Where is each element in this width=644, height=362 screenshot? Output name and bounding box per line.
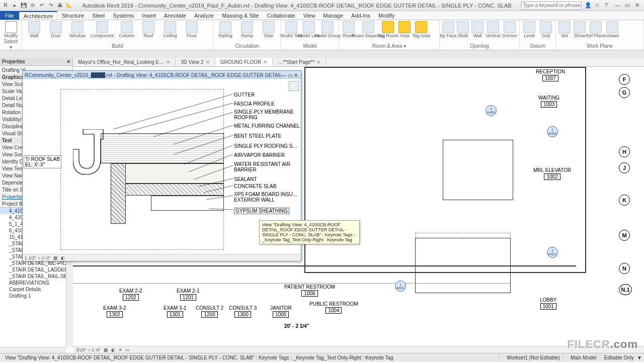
visual-style-icon[interactable]: ◐ [111, 347, 115, 352]
maximize-icon[interactable]: ▭ [625, 2, 632, 9]
keynote[interactable]: WATER RESISTANT AIR BARRIER [234, 161, 299, 172]
component-button[interactable]: Component [89, 21, 115, 38]
view-tab[interactable]: Mayor's Office_Hor_Real_Looking E…✕ [73, 58, 176, 66]
close-tab-icon[interactable]: ✕ [316, 59, 320, 65]
close-palette-icon[interactable]: ✕ [66, 59, 70, 64]
ramp-button[interactable]: Ramp [237, 21, 257, 38]
window-button[interactable]: Window [67, 21, 88, 38]
level-button[interactable]: Level [522, 21, 537, 38]
sync-icon[interactable]: ⟳ [29, 2, 36, 9]
browser-item[interactable]: Drafting 1 [0, 293, 73, 299]
search-input[interactable] [521, 2, 582, 10]
filter-icon[interactable]: ▼ [637, 355, 642, 360]
measure-icon[interactable]: 📐 [65, 2, 72, 9]
column-button[interactable]: Column [117, 21, 137, 38]
railing-button[interactable]: Railing [215, 21, 235, 38]
file-tab[interactable]: File [0, 11, 19, 20]
float-maximize-icon[interactable]: ▭ [287, 72, 293, 78]
wall-button[interactable]: Wall [24, 21, 44, 38]
ceiling-button[interactable]: Ceiling [160, 21, 180, 38]
model-group-button[interactable]: Model Group [318, 21, 337, 38]
floor-button[interactable]: Floor [182, 21, 202, 38]
float-scale[interactable]: 1 1/2" = 1'-0" [25, 255, 50, 260]
tab-steel[interactable]: Steel [88, 11, 109, 20]
browser-item[interactable]: _STAIR DETAIL_LADDER-S… [0, 266, 73, 273]
view-tab[interactable]: 3D View 2✕ [176, 58, 215, 66]
crop-icon[interactable]: ▭ [125, 347, 130, 352]
vertical-button[interactable]: Vertical [486, 21, 501, 38]
tab-addins[interactable]: Add-Ins [347, 11, 374, 20]
float-titlebar[interactable]: R Community_Center_v2019_████.rvt - Draf… [23, 71, 301, 79]
keynote[interactable]: BENT STEEL PLATE [234, 133, 281, 139]
keynote-selected[interactable]: GYPSUM SHEATHING [234, 208, 289, 214]
room-separator-button[interactable]: Room Separator [358, 21, 379, 38]
status-mainmodel[interactable]: Main Model [568, 353, 600, 362]
redo-icon[interactable]: ↷ [47, 2, 54, 9]
browser-item[interactable]: Carpet Details [0, 286, 73, 293]
keynote[interactable]: METAL FURRING CHANNEL [234, 123, 300, 129]
detail-level-icon[interactable]: ▦ [104, 347, 108, 352]
scale-display[interactable]: 3/16" = 1'-0" [76, 347, 101, 352]
float-minimize-icon[interactable]: — [281, 72, 287, 78]
shaft-button[interactable]: Shaft [456, 21, 469, 38]
tag-area-button[interactable]: Tag Area [414, 21, 429, 38]
status-editable[interactable]: Editable Only [604, 355, 634, 360]
browser-item[interactable]: _STAIR DETAIL_RAIL-SECT… [0, 273, 73, 280]
open-icon[interactable]: ▸ [11, 2, 18, 9]
favorite-icon[interactable]: ☆ [595, 2, 602, 9]
minimize-icon[interactable]: — [615, 2, 622, 9]
keynote[interactable]: GUTTER [234, 92, 255, 98]
keynote[interactable]: FASCIA PROFILE [234, 101, 275, 107]
by-face-button[interactable]: By Face [442, 21, 455, 38]
browser-item[interactable]: ABBREVIATIONS [0, 280, 73, 286]
wall-opening-button[interactable]: Wall [471, 21, 484, 38]
keynote[interactable]: AIR/VAPOR BARRIER [234, 152, 285, 158]
close-tab-icon[interactable]: ✕ [206, 59, 210, 65]
viewer-button[interactable]: Viewer [605, 21, 620, 38]
grid-button[interactable]: Grid [538, 21, 553, 38]
close-tab-icon[interactable]: ✕ [166, 59, 170, 65]
sun-path-icon[interactable]: ☀ [118, 347, 122, 352]
set-button[interactable]: Set [558, 21, 571, 38]
panel-select[interactable]: Select ▾ [2, 38, 20, 51]
detail-level-icon[interactable]: ▦ [53, 255, 58, 260]
door-button[interactable]: Door [46, 21, 66, 38]
tab-massing[interactable]: Massing & Site [218, 11, 263, 20]
tab-view[interactable]: View [299, 11, 319, 20]
keynote[interactable]: XPS FOAM BOARD INSU… EXTERIOR WALL [234, 192, 299, 203]
tab-manage[interactable]: Manage [319, 11, 347, 20]
dormer-button[interactable]: Dormer [502, 21, 517, 38]
keynote[interactable]: CONCRETE SLAB [234, 184, 276, 189]
keynote[interactable]: SINGLE-PLY MEMBRANE ROOFING [234, 109, 299, 120]
tag-room-button[interactable]: Tag Room [380, 21, 395, 38]
tab-modify[interactable]: Modify [374, 11, 398, 20]
close-icon[interactable]: ✕ [635, 2, 642, 9]
tab-insert[interactable]: Insert [138, 11, 160, 20]
close-tab-icon[interactable]: ✕ [263, 59, 267, 65]
help-icon[interactable]: ? [605, 2, 612, 9]
tab-systems[interactable]: Systems [109, 11, 138, 20]
model-text-button[interactable]: Model Text [283, 21, 299, 38]
area-button[interactable]: Area [397, 21, 412, 38]
save-icon[interactable]: 💾 [20, 2, 27, 9]
show-button[interactable]: Show [573, 21, 587, 38]
keynote[interactable]: SEALANT [234, 176, 257, 182]
tab-analyze[interactable]: Analyze [190, 11, 218, 20]
browser-hscroll[interactable] [0, 347, 66, 353]
stair-button[interactable]: Stair [259, 21, 279, 38]
keynote[interactable]: SINGLE PLY ROOFING S… [234, 143, 297, 149]
modify-button[interactable]: Modify [2, 21, 20, 38]
user-icon[interactable]: 👤 [585, 2, 592, 9]
tab-annotate[interactable]: Annotate [160, 11, 190, 20]
undo-icon[interactable]: ↶ [38, 2, 45, 9]
ref-plane-button[interactable]: Ref Plane [588, 21, 603, 38]
tab-structure[interactable]: Structure [57, 11, 88, 20]
tab-collaborate[interactable]: Collaborate [263, 11, 299, 20]
navigation-wheel-icon[interactable] [289, 81, 299, 91]
tab-architecture[interactable]: Architecture [19, 11, 58, 20]
view-tab[interactable]: …**Start Page**✕ [273, 58, 326, 66]
visual-style-icon[interactable]: ◐ [61, 255, 65, 260]
view-tab[interactable]: GROUND FLOOR✕ [215, 58, 273, 66]
panel-room-area[interactable]: Room & Area ▾ [341, 43, 437, 50]
print-icon[interactable]: 🖶 [56, 2, 63, 9]
